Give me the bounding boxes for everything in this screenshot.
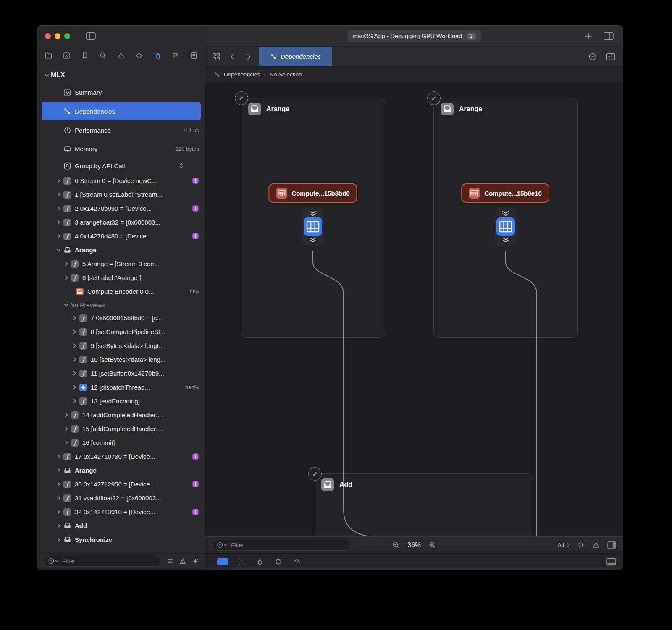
tree-row[interactable]: ƒ30 0x142712950 = [Device... [37, 477, 205, 491]
toggle-right-panel-icon[interactable] [607, 541, 616, 549]
runtime-issue-icon[interactable] [192, 177, 199, 184]
chevron-right-icon[interactable] [54, 482, 63, 486]
chevron-right-icon[interactable] [54, 537, 63, 542]
view-mode-outline-button[interactable] [239, 559, 245, 565]
flatten-list-icon[interactable] [166, 557, 174, 565]
chevron-right-icon[interactable] [70, 399, 79, 403]
tree-row[interactable]: No Previews [37, 298, 205, 311]
tree-row[interactable]: ƒ1 [Stream 0 setLabel:"Stream... [37, 188, 205, 201]
toggle-bottom-panel-icon[interactable] [606, 558, 616, 566]
tree-row[interactable]: ƒ8 [setComputePipelineSt... [37, 325, 205, 339]
tree-row[interactable]: ƒ6 [setLabel:"Arange"] [37, 271, 205, 285]
tree-row[interactable]: ƒ13 [endEncoding] [37, 394, 205, 408]
tree-row[interactable]: Add [37, 519, 205, 533]
reload-icon[interactable] [274, 558, 282, 566]
warnings-icon[interactable] [592, 541, 600, 549]
chevron-right-icon[interactable] [54, 220, 63, 225]
close-button[interactable] [45, 33, 51, 39]
chevron-right-icon[interactable] [62, 413, 70, 417]
tree-row[interactable]: ƒ17 0x142710730 = [Device... [37, 450, 205, 463]
tab-dependencies[interactable]: Dependencies [259, 47, 332, 66]
collapse-group-icon[interactable] [235, 91, 248, 105]
runtime-issue-icon[interactable] [192, 205, 199, 212]
chevron-down-icon[interactable] [54, 248, 63, 252]
tree-row[interactable]: Dependencies [42, 102, 201, 120]
resource-port-stack[interactable] [495, 208, 517, 246]
collapse-group-icon[interactable] [308, 467, 322, 481]
bookmark-navigator-icon[interactable] [81, 52, 89, 60]
tests-navigator-icon[interactable] [135, 52, 143, 60]
collapse-group-icon[interactable] [427, 91, 441, 105]
tree-row[interactable]: Memory120 bytes [37, 139, 205, 158]
chevron-right-icon[interactable] [70, 329, 79, 334]
settings-gear-icon[interactable] [577, 541, 585, 549]
tree-row[interactable]: Arange [37, 243, 205, 257]
chevron-right-icon[interactable] [54, 192, 63, 197]
issues-navigator-icon[interactable] [117, 52, 125, 60]
back-icon[interactable] [229, 53, 236, 60]
buffer-grid-icon[interactable] [304, 217, 322, 236]
chevron-right-icon[interactable] [70, 357, 79, 362]
tree-row[interactable]: 12 [dispatchThread...nan% [37, 380, 205, 394]
chevron-right-icon[interactable] [62, 275, 70, 280]
chevron-right-icon[interactable] [54, 496, 63, 500]
find-navigator-icon[interactable] [99, 52, 107, 60]
chevron-right-icon[interactable] [54, 523, 63, 528]
toggle-inspector-icon[interactable] [604, 32, 614, 40]
breakpoint-navigator-icon[interactable] [172, 52, 180, 60]
view-mode-selected-button[interactable] [217, 558, 228, 565]
chevron-right-icon[interactable] [62, 261, 70, 266]
breadcrumb-level2[interactable]: No Selection [270, 71, 302, 78]
more-options-icon[interactable] [588, 52, 597, 61]
tree-row[interactable]: ƒ31 vvaddfloat32 = [0x600003... [37, 491, 205, 505]
zoom-out-icon[interactable] [392, 541, 400, 549]
tree-row[interactable]: ƒ0 Stream 0 = [Device newC... [37, 174, 205, 188]
tree-row[interactable]: ƒ5 Arange = [Stream 0 com... [37, 257, 205, 271]
tree-row[interactable]: ƒ14 [addCompletedHandler:... [37, 408, 205, 422]
tab-overview-icon[interactable] [212, 52, 220, 61]
forward-icon[interactable] [245, 53, 252, 60]
crash-navigator-icon[interactable] [63, 52, 71, 60]
runtime-issue-icon[interactable] [192, 453, 199, 460]
chevron-right-icon[interactable] [54, 178, 63, 183]
tree-row[interactable]: ƒ15 [addCompletedHandler:... [37, 422, 205, 436]
breadcrumb-level1[interactable]: Dependencies [224, 71, 260, 78]
new-tab-icon[interactable] [584, 32, 593, 40]
tree-row[interactable]: ƒ16 [commit] [37, 436, 205, 450]
add-editor-icon[interactable] [606, 52, 615, 61]
tree-row[interactable]: Performance< 1 µs [37, 121, 205, 139]
compute-encoder-node[interactable]: Compute...15b8e10 [461, 183, 549, 203]
tree-root-row[interactable]: MLX [37, 67, 205, 83]
report-navigator-icon[interactable] [190, 52, 198, 60]
buffer-grid-icon[interactable] [496, 217, 515, 236]
tree-row[interactable]: ƒ32 0x142713910 = [Device... [37, 505, 205, 519]
chevron-right-icon[interactable] [70, 343, 79, 348]
tree-row[interactable]: CGroup by API Call [37, 158, 205, 174]
dependency-graph-canvas[interactable]: Arange Arange Add Compute...15b8bd0 Comp… [205, 83, 623, 536]
tree-row[interactable]: ƒ4 0x14270d480 = [Device... [37, 229, 205, 243]
chevron-right-icon[interactable] [54, 234, 63, 238]
chevron-right-icon[interactable] [54, 468, 63, 473]
chevron-right-icon[interactable] [54, 454, 63, 459]
runtime-issue-icon[interactable] [192, 508, 199, 515]
tree-row[interactable]: Summary [37, 83, 205, 102]
tree-row[interactable]: ƒ3 arangefloat32 = [0x600003... [37, 215, 205, 229]
toggle-sidebar-icon[interactable] [86, 32, 96, 40]
tree-row[interactable]: Compute Encoder 0 0...inf% [37, 285, 205, 298]
runtime-issue-icon[interactable] [192, 233, 199, 240]
chevron-right-icon[interactable] [62, 440, 70, 445]
tree-row[interactable]: ƒ11 [setBuffer:0x14270b9... [37, 366, 205, 380]
chevron-down-icon[interactable] [62, 303, 70, 307]
tree-row[interactable]: ƒ10 [setBytes:<data> leng... [37, 353, 205, 366]
chevron-right-icon[interactable] [70, 316, 79, 320]
chevron-down-icon[interactable] [42, 73, 51, 78]
stepper-icon[interactable] [178, 162, 184, 170]
show-issues-icon[interactable] [179, 557, 186, 565]
debug-navigator-icon[interactable] [154, 52, 162, 60]
navigator-filter-field[interactable]: Filter [43, 556, 161, 567]
chevron-right-icon[interactable] [70, 371, 79, 376]
runtime-issue-icon[interactable] [192, 481, 199, 488]
tree-row[interactable]: Arange [37, 463, 205, 477]
minimize-button[interactable] [55, 33, 60, 39]
chevron-right-icon[interactable] [54, 510, 63, 514]
